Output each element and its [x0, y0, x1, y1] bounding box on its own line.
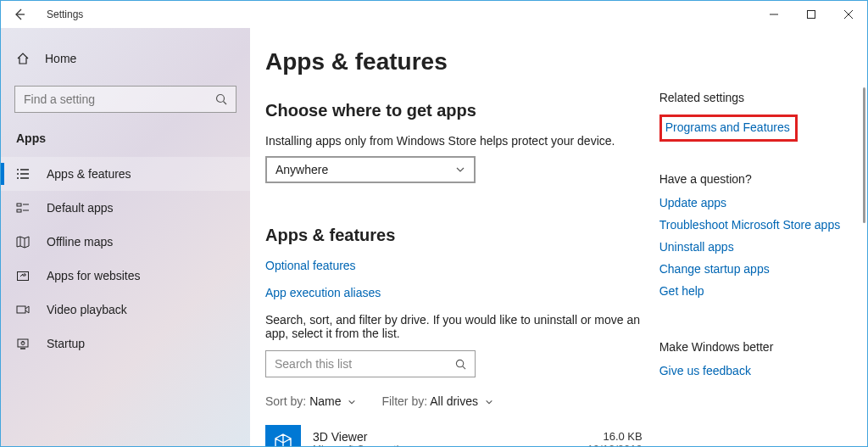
troubleshoot-store-link[interactable]: Troubleshoot Microsoft Store apps — [659, 218, 852, 232]
optional-features-link[interactable]: Optional features — [265, 259, 643, 272]
video-icon — [16, 303, 30, 316]
sidebar: Home Find a setting Apps Apps & features… — [1, 28, 250, 446]
nav-item-label: Default apps — [47, 201, 114, 215]
minimize-button[interactable] — [755, 1, 793, 28]
close-icon — [844, 10, 853, 19]
change-startup-link[interactable]: Change startup apps — [659, 262, 852, 276]
chevron-down-icon — [455, 165, 465, 175]
svg-rect-12 — [17, 204, 21, 206]
svg-point-4 — [217, 95, 225, 103]
app-execution-aliases-link[interactable]: App execution aliases — [265, 286, 643, 299]
nav-item-label: Video playback — [47, 303, 127, 316]
search-icon — [455, 359, 466, 370]
get-help-link[interactable]: Get help — [659, 284, 852, 298]
svg-point-24 — [456, 360, 463, 366]
search-list-placeholder: Search this list — [275, 357, 352, 371]
search-icon — [215, 93, 227, 105]
category-label: Apps — [1, 131, 250, 145]
sort-value: Name — [309, 394, 341, 408]
minimize-icon — [770, 10, 778, 19]
window-controls — [755, 1, 867, 28]
svg-line-25 — [463, 366, 465, 368]
sort-by-control[interactable]: Sort by: Name — [265, 394, 356, 408]
arrow-left-icon — [14, 8, 25, 20]
make-windows-better-header: Make Windows better — [659, 340, 852, 354]
choose-apps-header: Choose where to get apps — [265, 101, 643, 120]
choose-apps-desc: Installing apps only from Windows Store … — [265, 134, 643, 148]
home-label: Home — [45, 52, 76, 65]
open-icon — [16, 269, 30, 282]
choose-apps-dropdown[interactable]: Anywhere — [265, 156, 476, 183]
svg-rect-19 — [17, 306, 25, 313]
cube-icon — [272, 432, 294, 446]
nav-item-label: Apps & features — [47, 167, 131, 181]
chevron-down-icon — [348, 398, 356, 406]
nav-apps-features[interactable]: Apps & features — [1, 157, 250, 191]
app-size: 16.0 KB — [587, 430, 643, 443]
search-desc: Search, sort, and filter by drive. If yo… — [265, 313, 643, 340]
nav-default-apps[interactable]: Default apps — [1, 191, 250, 225]
main-panel: Apps & features Choose where to get apps… — [250, 28, 867, 446]
right-column: Related settings Programs and Features H… — [659, 48, 852, 446]
app-list-item[interactable]: 3D Viewer Microsoft Corporation 16.0 KB … — [265, 425, 643, 446]
filter-by-control[interactable]: Filter by: All drives — [381, 394, 493, 408]
app-publisher: Microsoft Corporation — [313, 444, 576, 446]
nav-offline-maps[interactable]: Offline maps — [1, 225, 250, 259]
nav-video-playback[interactable]: Video playback — [1, 293, 250, 327]
defaults-icon — [16, 201, 30, 215]
nav-startup[interactable]: Startup — [1, 327, 250, 360]
search-placeholder: Find a setting — [24, 92, 95, 106]
update-apps-link[interactable]: Update apps — [659, 196, 852, 210]
svg-rect-1 — [808, 11, 815, 19]
back-button[interactable] — [1, 1, 38, 28]
filter-value: All drives — [430, 394, 478, 408]
window-title: Settings — [47, 8, 83, 20]
apps-features-header: Apps & features — [265, 226, 643, 245]
app-meta: 16.0 KB 10/12/2019 — [587, 430, 643, 446]
map-icon — [16, 235, 30, 249]
nav-apps-websites[interactable]: Apps for websites — [1, 259, 250, 293]
search-list-input[interactable]: Search this list — [265, 350, 476, 377]
maximize-icon — [807, 10, 815, 19]
svg-rect-13 — [17, 210, 21, 212]
app-info: 3D Viewer Microsoft Corporation — [313, 430, 576, 446]
sort-label: Sort by: — [265, 394, 306, 408]
filter-label: Filter by: — [381, 394, 427, 408]
nav-item-label: Startup — [47, 337, 85, 350]
nav-item-label: Offline maps — [47, 235, 113, 249]
svg-line-5 — [224, 102, 227, 105]
list-icon — [16, 167, 30, 181]
find-setting-search[interactable]: Find a setting — [14, 86, 236, 113]
maximize-button[interactable] — [793, 1, 830, 28]
home-icon — [16, 52, 30, 65]
nav-item-label: Apps for websites — [47, 269, 141, 282]
vertical-scrollbar[interactable] — [863, 87, 865, 223]
titlebar: Settings — [1, 1, 867, 28]
chevron-down-icon — [485, 398, 493, 406]
home-nav[interactable]: Home — [1, 45, 250, 72]
startup-icon — [16, 337, 30, 350]
close-button[interactable] — [830, 1, 867, 28]
programs-features-link[interactable]: Programs and Features — [665, 120, 790, 134]
give-feedback-link[interactable]: Give us feedback — [659, 364, 852, 377]
related-settings-header: Related settings — [659, 91, 852, 104]
dropdown-value: Anywhere — [275, 163, 328, 176]
app-icon — [265, 425, 301, 446]
highlight-annotation: Programs and Features — [659, 115, 798, 142]
app-date: 10/12/2019 — [587, 443, 643, 446]
have-question-header: Have a question? — [659, 172, 852, 186]
sort-filter-row: Sort by: Name Filter by: All drives — [265, 394, 643, 408]
page-title: Apps & features — [265, 48, 643, 75]
app-name: 3D Viewer — [313, 430, 576, 444]
uninstall-apps-link[interactable]: Uninstall apps — [659, 240, 852, 254]
